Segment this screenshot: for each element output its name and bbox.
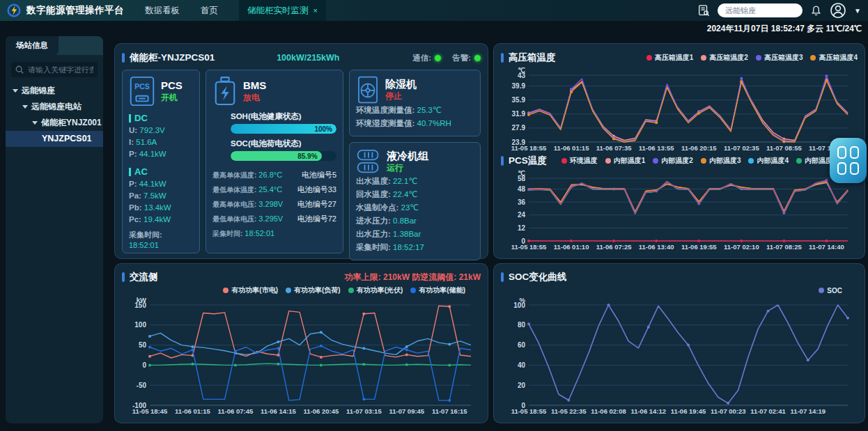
bms-card: BMS 放电 SOH(电池健康状态) 100% SOC(电池荷电状态) 85.9… [206,70,343,253]
cooling-row: 回水温度: 22.4℃ [356,188,474,201]
legend-item[interactable]: 高压箱温度4 [810,53,858,63]
legend-item[interactable]: 高压箱温度3 [756,53,803,63]
cooling-row: 出水温度: 22.1℃ [356,175,474,188]
svg-text:12: 12 [518,224,526,232]
title-accent-bar [501,53,504,63]
soc-panel: SOC变化曲线 SOC 100806040200%11-05 18:5511-0… [493,263,865,423]
avatar-icon[interactable] [830,2,846,19]
svg-text:11-06 20:45: 11-06 20:45 [304,407,339,415]
svg-text:11-06 19:55: 11-06 19:55 [681,243,717,251]
svg-text:11-06 07:25: 11-06 07:25 [596,243,632,251]
tab-close-icon[interactable]: × [313,0,318,21]
station-search-input[interactable] [718,3,803,17]
app-logo-icon [7,3,21,17]
svg-text:11-07 08:55: 11-07 08:55 [766,144,802,152]
alarm-status-dot [474,55,481,61]
tree-item-pcs-selected[interactable]: YNJZPCS01 [6,131,103,147]
svg-text:11-07 00:23: 11-07 00:23 [711,407,746,415]
tree-item-power-station[interactable]: 远能锦座电站 [6,99,103,115]
legend-item[interactable]: SOC [819,287,842,295]
soc-gauge-fill: 85.9% [231,151,322,161]
report-log-icon[interactable] [697,4,710,17]
caret-down-icon[interactable] [32,121,38,125]
bms-status: 放电 [243,92,266,103]
pcs-collect-time: 采集时间:18:52:01 [129,230,193,251]
sidebar-search-input[interactable] [11,62,98,77]
dehumidifier-fan-icon [356,76,380,104]
alarm-label: 告警: [452,53,471,63]
top-navbar: 数字能源管理操作平台 数据看板 首页 储能柜实时监测 × ▼ [0,0,868,21]
menu-item-dashboard[interactable]: 数据看板 [145,5,180,17]
app-grid-icon [850,162,859,175]
menu-item-home[interactable]: 首页 [201,5,218,17]
svg-text:40: 40 [518,361,526,369]
svg-text:11-07 02:41: 11-07 02:41 [750,407,786,415]
svg-text:11-07 02:35: 11-07 02:35 [724,144,759,152]
tree-item-label: 远能锦座 [22,83,55,99]
svg-text:50: 50 [139,341,147,349]
chevron-down-icon[interactable]: ▼ [854,7,861,15]
tree-item-station-group[interactable]: 远能锦座 [6,83,103,99]
ac-side-panel: 交流侧 功率上限: 210kW 防逆流阈值: 21kW 有功功率(市电)有功功率… [114,263,488,423]
svg-text:11-06 14:15: 11-06 14:15 [261,407,296,415]
sidebar-header: 场站信息 [6,36,103,55]
svg-text:27.9: 27.9 [512,124,526,132]
legend-item[interactable]: 有功功率(负荷) [286,285,341,295]
dc-section-title: DC [129,113,193,123]
svg-text:48: 48 [518,185,526,193]
caret-down-icon[interactable] [22,105,28,109]
legend-item[interactable]: 内部温度2 [653,156,693,166]
svg-text:11-05 18:45: 11-05 18:45 [132,407,168,415]
soc-title: SOC变化曲线 [509,271,566,283]
svg-text:11-07 03:15: 11-07 03:15 [346,407,382,415]
cooling-row: 进水压力: 0.8Bar [356,214,474,228]
svg-text:100: 100 [134,321,146,329]
pcs-temp-legend: 环境温度内部温度1内部温度2内部温度3内部温度4内部温度5内部温度6 [554,156,858,166]
tree-item-label: 远能锦座电站 [31,99,82,115]
svg-text:%: % [520,296,526,304]
svg-text:11-07 02:10: 11-07 02:10 [724,243,759,251]
caret-down-icon[interactable] [13,89,18,93]
tab-cabinet-monitor[interactable]: 储能柜实时监测 × [239,0,326,21]
legend-item[interactable]: 高压箱温度1 [646,53,694,63]
tree-item-label: 储能柜YNJZ001 [41,115,102,131]
app-title: 数字能源管理操作平台 [26,4,124,17]
legend-item[interactable]: 有功功率(市电) [223,285,278,295]
tree-item-cabinet[interactable]: 储能柜YNJZ001 [6,115,103,131]
ac-row: Pb: 13.4kW [129,202,193,214]
pcs-temp-chart: 58483624120℃11-05 18:5511-06 01:1011-06 … [501,169,858,251]
tree-item-label: YNJZPCS01 [42,131,92,147]
soc-gauge: 85.9% [231,151,336,161]
bms-battery-icon [212,76,238,107]
legend-item[interactable]: 有功功率(储能) [410,285,465,295]
legend-item[interactable]: 有功功率(光伏) [348,285,403,295]
legend-item[interactable]: 内部温度1 [605,156,646,166]
bms-row: 最高单体温度:26.8°C 电池编号5 [212,167,336,182]
bms-title: BMS [243,79,266,92]
svg-text:11-06 02:08: 11-06 02:08 [591,407,626,415]
ac-side-legend: 有功功率(市电)有功功率(负荷)有功功率(光伏)有功功率(储能) [122,285,481,296]
title-accent-bar [122,272,125,282]
power-limit-annotation: 功率上限: 210kW 防逆流阈值: 21kW [345,272,481,283]
app-grid-icon [837,146,846,159]
cooling-collect-time: 采集时间: 18:52:17 [356,241,474,254]
dc-row: I: 51.6A [129,136,193,148]
svg-text:11-07 14:40: 11-07 14:40 [809,243,844,251]
svg-text:kW: kW [137,296,146,304]
legend-item[interactable]: 内部温度3 [701,156,741,166]
bms-row: 最高单体电压:3.298V 电池编号27 [212,196,336,211]
svg-text:11-06 20:15: 11-06 20:15 [681,144,717,152]
svg-text:11-06 19:45: 11-06 19:45 [671,407,706,415]
svg-text:11-06 01:15: 11-06 01:15 [175,407,210,415]
legend-item[interactable]: 环境温度 [561,156,598,166]
legend-item[interactable]: 高压箱温度2 [701,53,748,63]
bell-icon[interactable] [810,5,822,17]
cabinet-panel: 储能柜-YNJZPCS01 100kW/215kWh 通信: 告警: PCS P… [114,43,488,259]
svg-text:11-05 18:55: 11-05 18:55 [511,144,547,152]
tab-station-info[interactable]: 场站信息 [6,36,59,55]
svg-text:11-06 07:45: 11-06 07:45 [218,407,254,415]
dehumidifier-card: 除湿机 停止 环境温度测量值: 25.3℃ 环境湿度测量值: 40.7%RH [349,70,481,136]
ac-side-chart: 150100500-50-100kW11-05 18:4511-06 01:15… [122,296,481,416]
widget-grid-button[interactable] [830,138,867,183]
legend-item[interactable]: 内部温度4 [748,156,789,166]
